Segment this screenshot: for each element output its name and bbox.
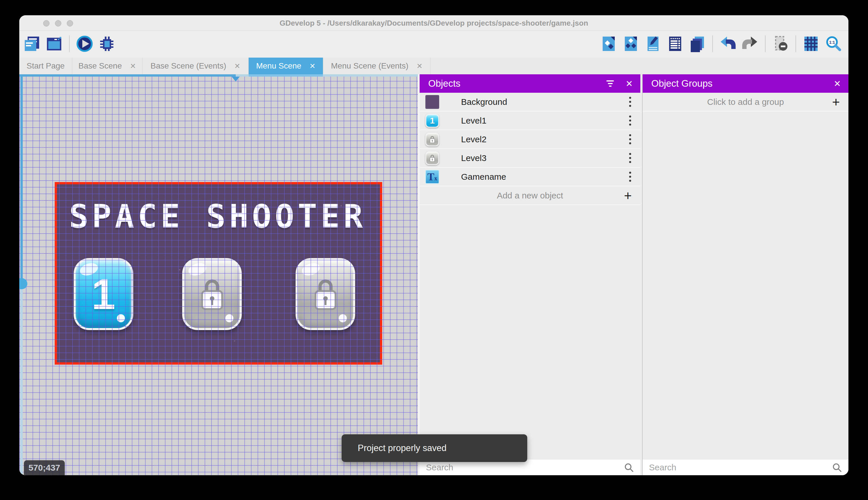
groups-search-input[interactable] xyxy=(649,463,832,472)
objects-panel: Objects ✕ Background 1 Level1 xyxy=(418,74,640,475)
toolbar-left xyxy=(24,35,115,52)
lock-icon xyxy=(310,276,340,312)
object-groups-panel-header: Object Groups ✕ xyxy=(643,74,848,93)
scroll-position-marker xyxy=(232,77,240,81)
gdevelop-window: GDevelop 5 - /Users/dkarakay/Documents/G… xyxy=(19,15,848,475)
tab-close-icon[interactable]: ✕ xyxy=(417,62,422,70)
tabbar: Start Page Base Scene ✕ Base Scene (Even… xyxy=(19,58,848,74)
level2-object-icon xyxy=(425,133,439,146)
level2-button-instance[interactable] xyxy=(182,258,242,330)
level1-object-icon: 1 xyxy=(425,114,439,128)
add-group-row[interactable]: Click to add a group + xyxy=(643,93,848,112)
level3-button-instance[interactable] xyxy=(296,258,355,330)
tab-close-icon[interactable]: ✕ xyxy=(130,62,136,70)
scene-window-icon[interactable] xyxy=(46,35,62,52)
close-panel-icon[interactable]: ✕ xyxy=(626,79,633,89)
lock-icon xyxy=(197,276,227,312)
grid-icon[interactable] xyxy=(803,35,819,52)
cursor-coordinates-badge: 570;437 xyxy=(24,460,65,475)
zoom-1-1-icon[interactable]: 1:1 xyxy=(825,35,842,52)
search-icon xyxy=(832,462,842,473)
objects-search-input[interactable] xyxy=(426,463,624,472)
tab-label: Base Scene xyxy=(79,61,122,70)
object-name: Gamename xyxy=(461,172,506,182)
search-icon xyxy=(624,462,634,473)
tab-close-icon[interactable]: ✕ xyxy=(309,62,315,70)
background-object-icon xyxy=(425,95,439,109)
text-object-icon: Tx xyxy=(425,170,439,184)
add-object-label: Add a new object xyxy=(497,191,563,201)
object-menu-icon[interactable] xyxy=(629,172,631,182)
tab-label: Menu Scene xyxy=(256,61,301,70)
object-name: Level1 xyxy=(461,116,486,126)
titlebar: GDevelop 5 - /Users/dkarakay/Documents/G… xyxy=(19,15,848,31)
save-toast: Project properly saved xyxy=(342,434,527,462)
play-preview-icon[interactable] xyxy=(76,35,93,52)
lock-icon xyxy=(429,135,436,144)
toolbar-divider xyxy=(765,35,765,52)
object-menu-icon[interactable] xyxy=(629,134,631,144)
level3-object-icon xyxy=(425,151,439,165)
object-name: Level2 xyxy=(461,135,486,144)
add-group-plus-icon[interactable]: + xyxy=(832,95,840,109)
object-name: Background xyxy=(461,97,507,107)
horizontal-scrollbar[interactable] xyxy=(19,74,418,77)
instances-mask-icon[interactable] xyxy=(772,35,789,52)
instances-list-icon[interactable] xyxy=(667,35,683,52)
properties-icon[interactable] xyxy=(645,35,661,52)
project-manager-icon[interactable] xyxy=(24,35,40,52)
undo-icon[interactable] xyxy=(719,35,736,52)
layers-icon[interactable] xyxy=(689,35,706,52)
tab-base-scene[interactable]: Base Scene ✕ xyxy=(72,58,142,74)
object-groups-panel: Object Groups ✕ Click to add a group + xyxy=(642,74,848,475)
level1-digit: 1 xyxy=(92,269,115,319)
toast-message: Project properly saved xyxy=(358,443,446,453)
add-object-row[interactable]: Add a new object + xyxy=(420,186,640,205)
toolbar: 1:1 xyxy=(19,31,848,58)
scene-frame[interactable]: SPACE SHOOTER 1 xyxy=(55,182,382,365)
object-groups-editor-icon[interactable] xyxy=(622,35,639,52)
object-groups-panel-title: Object Groups xyxy=(651,78,713,89)
objects-panel-title: Objects xyxy=(428,78,460,89)
redo-icon[interactable] xyxy=(742,35,758,52)
objects-panel-header: Objects ✕ xyxy=(420,74,640,93)
object-row-level2[interactable]: Level2 xyxy=(420,130,640,149)
svg-text:1:1: 1:1 xyxy=(829,40,835,45)
object-row-level1[interactable]: 1 Level1 xyxy=(420,112,640,130)
scene-editor-canvas[interactable]: SPACE SHOOTER 1 xyxy=(19,74,418,475)
object-row-gamename[interactable]: Tx Gamename xyxy=(420,168,640,186)
tab-base-scene-events[interactable]: Base Scene (Events) ✕ xyxy=(142,58,249,74)
tab-label: Start Page xyxy=(26,61,64,70)
tab-start-page[interactable]: Start Page xyxy=(19,58,72,74)
tab-menu-scene[interactable]: Menu Scene ✕ xyxy=(249,58,323,74)
object-row-level3[interactable]: Level3 xyxy=(420,149,640,168)
add-group-label: Click to add a group xyxy=(707,97,784,107)
close-panel-icon[interactable]: ✕ xyxy=(834,79,841,89)
objects-editor-icon[interactable] xyxy=(600,35,617,52)
content: SPACE SHOOTER 1 xyxy=(19,74,848,475)
lock-icon xyxy=(429,154,436,162)
tab-close-icon[interactable]: ✕ xyxy=(234,62,240,70)
level1-button-instance[interactable]: 1 xyxy=(74,258,133,330)
horizontal-scrollbar-thumb[interactable] xyxy=(249,74,323,77)
toolbar-divider xyxy=(796,35,796,52)
object-menu-icon[interactable] xyxy=(629,97,631,107)
toolbar-divider xyxy=(69,35,70,52)
add-object-plus-icon[interactable]: + xyxy=(624,189,632,202)
object-row-background[interactable]: Background xyxy=(420,93,640,112)
object-menu-icon[interactable] xyxy=(629,153,631,163)
object-name: Level3 xyxy=(461,153,486,163)
debug-icon[interactable] xyxy=(98,35,115,52)
filter-icon[interactable] xyxy=(606,80,614,87)
vertical-scrollbar-thumb[interactable] xyxy=(19,278,27,289)
window-title: GDevelop 5 - /Users/dkarakay/Documents/G… xyxy=(19,15,848,31)
object-menu-icon[interactable] xyxy=(629,115,631,126)
tab-menu-scene-events[interactable]: Menu Scene (Events) ✕ xyxy=(323,58,431,74)
groups-search-bar xyxy=(643,459,848,475)
screenshot-root: GDevelop 5 - /Users/dkarakay/Documents/G… xyxy=(0,0,868,500)
toolbar-right: 1:1 xyxy=(600,35,842,52)
vertical-scrollbar[interactable] xyxy=(21,74,23,475)
scene-title-text-object[interactable]: SPACE SHOOTER xyxy=(69,197,366,235)
tab-label: Base Scene (Events) xyxy=(151,61,226,70)
tab-label: Menu Scene (Events) xyxy=(331,61,408,70)
